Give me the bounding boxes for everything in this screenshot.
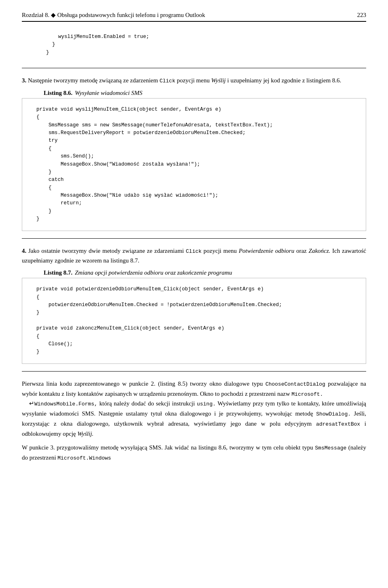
- divider-1: [22, 68, 366, 68]
- code-block-top: wyslijMenuItem.Enabled = true; } }: [22, 29, 366, 61]
- adresattextbox-mono: adresatTextBox: [316, 421, 360, 427]
- zakoncz-italic: Zakończ.: [309, 248, 331, 254]
- using-mono: using.: [197, 401, 216, 407]
- page-number: 223: [357, 12, 367, 19]
- microsoft-mono: Microsoft.: [291, 391, 323, 397]
- potwierdzenie-italic: Potwierdzenie odbioru: [239, 248, 295, 254]
- arrow-indent: ↵: [29, 400, 34, 407]
- smsmessage-mono: SmsMessage: [315, 445, 346, 451]
- page-header: Rozdział 8. ◆ Obsługa podstawowych funkc…: [22, 11, 366, 22]
- listing87-code-container: private void potwierdzenieOdbioruMenuIte…: [22, 278, 366, 363]
- listing86-title: Wysyłanie wiadomości SMS: [75, 90, 142, 97]
- showdialog-mono: ShowDialog.: [316, 411, 351, 417]
- header-title: Obsługa podstawowych funkcji telefonu i …: [57, 12, 205, 18]
- choosecontact-mono: ChooseContactDialog: [266, 381, 325, 387]
- section4-text: 4. Jako ostatnie tworzymy dwie metody zw…: [22, 246, 366, 266]
- section3-text: 3. Następnie tworzymy metodę związaną ze…: [22, 76, 366, 86]
- chapter-label: Rozdział 8.: [22, 12, 49, 18]
- paragraph2: W punkcie 3. przygotowaliśmy metodę wysy…: [22, 443, 366, 463]
- section4-number: 4.: [22, 248, 26, 254]
- wyslij-italic2: Wyślij.: [77, 430, 93, 437]
- wyslij-italic: Wyślij: [211, 77, 226, 84]
- windowsmobile-mono: WindowsMobile.Forms,: [34, 401, 97, 407]
- listing86-header: Listing 8.6. Wysyłanie wiadomości SMS: [44, 90, 366, 97]
- section3-number: 3.: [22, 77, 26, 84]
- microsoftwindows-mono: Microsoft.Windows: [57, 455, 111, 461]
- listing86-code-container: private void wyslijMenuItem_Click(object…: [22, 98, 366, 231]
- header-diamond: ◆: [51, 12, 56, 18]
- divider-3: [22, 371, 366, 372]
- click-mono2: Click: [186, 248, 202, 254]
- header-left: Rozdział 8. ◆ Obsługa podstawowych funkc…: [22, 11, 205, 19]
- divider-2: [22, 238, 366, 239]
- page: Rozdział 8. ◆ Obsługa podstawowych funkc…: [0, 0, 388, 588]
- listing87-title: Zmiana opcji potwierdzenia odbioru oraz …: [75, 269, 232, 276]
- listing87-code: private void potwierdzenieOdbioruMenuIte…: [22, 281, 366, 360]
- paragraph1: Pierwsza linia kodu zaprezentowanego w p…: [22, 379, 366, 439]
- listing87-label: Listing 8.7.: [44, 269, 72, 276]
- listing86-code: private void wyslijMenuItem_Click(object…: [22, 102, 366, 227]
- listing86-label: Listing 8.6.: [44, 90, 72, 97]
- click-mono: Click: [160, 78, 175, 84]
- listing87-header: Listing 8.7. Zmiana opcji potwierdzenia …: [44, 269, 366, 276]
